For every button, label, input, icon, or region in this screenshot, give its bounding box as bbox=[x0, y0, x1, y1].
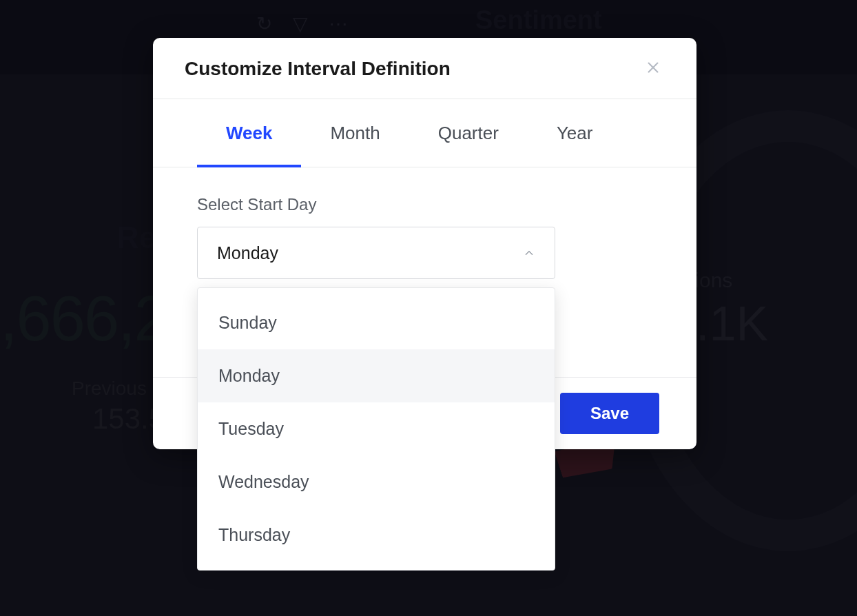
modal-body: Select Start Day Monday Sunday Monday Tu… bbox=[153, 167, 696, 377]
option-tuesday[interactable]: Tuesday bbox=[198, 402, 555, 455]
start-day-select[interactable]: Monday bbox=[197, 227, 555, 279]
start-day-selected-value: Monday bbox=[217, 243, 278, 263]
option-sunday[interactable]: Sunday bbox=[198, 296, 555, 349]
start-day-select-wrap: Monday Sunday Monday Tuesday Wednesday T… bbox=[197, 227, 555, 279]
option-wednesday[interactable]: Wednesday bbox=[198, 455, 555, 509]
modal-header: Customize Interval Definition bbox=[153, 38, 696, 99]
option-monday[interactable]: Monday bbox=[198, 349, 555, 402]
tab-week[interactable]: Week bbox=[197, 99, 301, 167]
close-button[interactable] bbox=[641, 57, 665, 81]
modal-title: Customize Interval Definition bbox=[185, 58, 451, 80]
save-button[interactable]: Save bbox=[560, 393, 659, 434]
interval-tabs: Week Month Quarter Year bbox=[153, 99, 696, 167]
interval-definition-modal: Customize Interval Definition Week Month… bbox=[153, 38, 696, 449]
close-icon bbox=[646, 60, 661, 78]
start-day-label: Select Start Day bbox=[197, 195, 652, 214]
option-thursday[interactable]: Thursday bbox=[198, 509, 555, 562]
chevron-up-icon bbox=[523, 243, 535, 263]
start-day-dropdown: Sunday Monday Tuesday Wednesday Thursday bbox=[197, 287, 555, 571]
tab-month[interactable]: Month bbox=[301, 99, 409, 167]
tab-year[interactable]: Year bbox=[528, 99, 622, 167]
tab-quarter[interactable]: Quarter bbox=[409, 99, 528, 167]
